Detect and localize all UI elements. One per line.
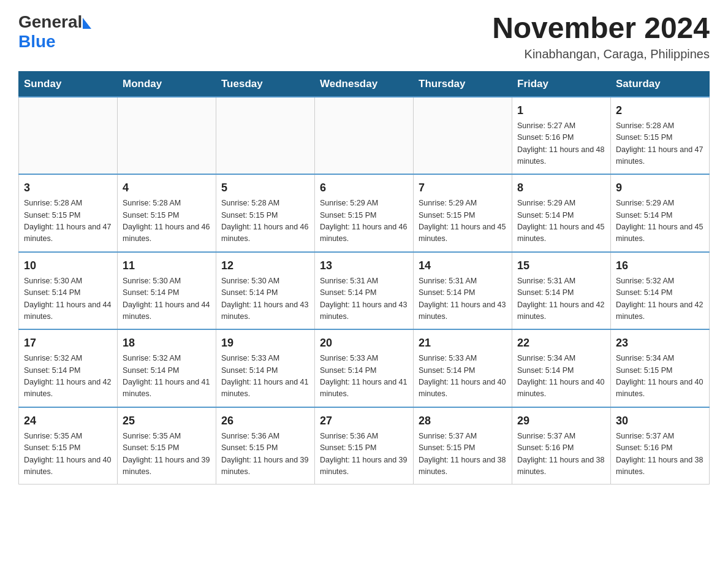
calendar-cell: 8Sunrise: 5:29 AM Sunset: 5:14 PM Daylig… [512, 174, 611, 252]
day-info: Sunrise: 5:32 AM Sunset: 5:14 PM Dayligh… [24, 353, 112, 400]
day-number: 26 [221, 413, 309, 429]
weekday-header-sunday: Sunday [19, 71, 118, 97]
day-number: 18 [123, 335, 211, 351]
week-row-2: 3Sunrise: 5:28 AM Sunset: 5:15 PM Daylig… [19, 174, 710, 252]
calendar-cell: 30Sunrise: 5:37 AM Sunset: 5:16 PM Dayli… [611, 407, 710, 484]
logo-blue-text: Blue [18, 32, 56, 52]
calendar-cell: 29Sunrise: 5:37 AM Sunset: 5:16 PM Dayli… [512, 407, 611, 484]
day-number: 1 [517, 102, 605, 119]
day-info: Sunrise: 5:31 AM Sunset: 5:14 PM Dayligh… [320, 275, 408, 323]
calendar-cell [414, 97, 512, 175]
week-row-3: 10Sunrise: 5:30 AM Sunset: 5:14 PM Dayli… [19, 252, 710, 330]
day-info: Sunrise: 5:28 AM Sunset: 5:15 PM Dayligh… [616, 120, 704, 168]
day-info: Sunrise: 5:37 AM Sunset: 5:16 PM Dayligh… [616, 431, 704, 478]
day-info: Sunrise: 5:30 AM Sunset: 5:14 PM Dayligh… [221, 275, 309, 323]
day-number: 14 [419, 258, 507, 274]
day-number: 29 [517, 413, 605, 429]
calendar-cell: 5Sunrise: 5:28 AM Sunset: 5:15 PM Daylig… [216, 174, 315, 252]
day-number: 4 [123, 180, 211, 196]
day-info: Sunrise: 5:29 AM Sunset: 5:15 PM Dayligh… [320, 197, 408, 245]
day-info: Sunrise: 5:28 AM Sunset: 5:15 PM Dayligh… [24, 197, 112, 245]
calendar-cell: 23Sunrise: 5:34 AM Sunset: 5:15 PM Dayli… [611, 329, 710, 407]
day-number: 7 [419, 180, 507, 196]
calendar-cell: 11Sunrise: 5:30 AM Sunset: 5:14 PM Dayli… [118, 252, 216, 330]
week-row-4: 17Sunrise: 5:32 AM Sunset: 5:14 PM Dayli… [19, 329, 710, 407]
weekday-header-row: SundayMondayTuesdayWednesdayThursdayFrid… [19, 71, 710, 97]
month-title: November 2024 [492, 12, 710, 45]
day-info: Sunrise: 5:33 AM Sunset: 5:14 PM Dayligh… [419, 353, 507, 400]
calendar-cell [19, 97, 118, 175]
day-number: 20 [320, 335, 408, 351]
logo-general-text: General [18, 12, 82, 32]
calendar-cell: 28Sunrise: 5:37 AM Sunset: 5:15 PM Dayli… [414, 407, 512, 484]
day-info: Sunrise: 5:37 AM Sunset: 5:15 PM Dayligh… [419, 431, 507, 478]
day-info: Sunrise: 5:32 AM Sunset: 5:14 PM Dayligh… [123, 353, 211, 400]
weekday-header-monday: Monday [118, 71, 216, 97]
day-number: 8 [517, 180, 605, 196]
day-number: 30 [616, 413, 704, 429]
week-row-5: 24Sunrise: 5:35 AM Sunset: 5:15 PM Dayli… [19, 407, 710, 484]
day-number: 2 [616, 102, 704, 119]
day-number: 16 [616, 258, 704, 274]
header: General Blue November 2024 Kinabhangan, … [18, 12, 710, 61]
calendar-cell: 15Sunrise: 5:31 AM Sunset: 5:14 PM Dayli… [512, 252, 611, 330]
day-info: Sunrise: 5:29 AM Sunset: 5:14 PM Dayligh… [517, 197, 605, 245]
calendar-cell: 10Sunrise: 5:30 AM Sunset: 5:14 PM Dayli… [19, 252, 118, 330]
day-number: 9 [616, 180, 704, 196]
calendar-cell: 21Sunrise: 5:33 AM Sunset: 5:14 PM Dayli… [414, 329, 512, 407]
calendar-cell: 20Sunrise: 5:33 AM Sunset: 5:14 PM Dayli… [315, 329, 414, 407]
logo-arrow-icon [83, 18, 91, 29]
day-info: Sunrise: 5:31 AM Sunset: 5:14 PM Dayligh… [419, 275, 507, 323]
calendar-cell: 6Sunrise: 5:29 AM Sunset: 5:15 PM Daylig… [315, 174, 414, 252]
day-info: Sunrise: 5:30 AM Sunset: 5:14 PM Dayligh… [24, 275, 112, 323]
day-info: Sunrise: 5:31 AM Sunset: 5:14 PM Dayligh… [517, 275, 605, 323]
weekday-header-tuesday: Tuesday [216, 71, 315, 97]
calendar-cell: 2Sunrise: 5:28 AM Sunset: 5:15 PM Daylig… [611, 97, 710, 175]
day-info: Sunrise: 5:35 AM Sunset: 5:15 PM Dayligh… [123, 431, 211, 478]
day-info: Sunrise: 5:34 AM Sunset: 5:15 PM Dayligh… [616, 353, 704, 400]
calendar-cell: 4Sunrise: 5:28 AM Sunset: 5:15 PM Daylig… [118, 174, 216, 252]
day-number: 28 [419, 413, 507, 429]
calendar-cell: 7Sunrise: 5:29 AM Sunset: 5:15 PM Daylig… [414, 174, 512, 252]
day-number: 27 [320, 413, 408, 429]
day-number: 19 [221, 335, 309, 351]
calendar-cell: 22Sunrise: 5:34 AM Sunset: 5:14 PM Dayli… [512, 329, 611, 407]
day-info: Sunrise: 5:34 AM Sunset: 5:14 PM Dayligh… [517, 353, 605, 400]
day-number: 22 [517, 335, 605, 351]
day-number: 6 [320, 180, 408, 196]
day-number: 25 [123, 413, 211, 429]
calendar-cell: 13Sunrise: 5:31 AM Sunset: 5:14 PM Dayli… [315, 252, 414, 330]
calendar-cell [315, 97, 414, 175]
day-number: 24 [24, 413, 112, 429]
calendar-cell: 18Sunrise: 5:32 AM Sunset: 5:14 PM Dayli… [118, 329, 216, 407]
day-number: 23 [616, 335, 704, 351]
calendar-cell: 25Sunrise: 5:35 AM Sunset: 5:15 PM Dayli… [118, 407, 216, 484]
day-number: 17 [24, 335, 112, 351]
calendar-cell: 16Sunrise: 5:32 AM Sunset: 5:14 PM Dayli… [611, 252, 710, 330]
logo: General Blue [18, 12, 91, 52]
calendar-cell: 3Sunrise: 5:28 AM Sunset: 5:15 PM Daylig… [19, 174, 118, 252]
day-number: 3 [24, 180, 112, 196]
calendar-cell: 17Sunrise: 5:32 AM Sunset: 5:14 PM Dayli… [19, 329, 118, 407]
calendar-table: SundayMondayTuesdayWednesdayThursdayFrid… [18, 71, 710, 485]
day-info: Sunrise: 5:36 AM Sunset: 5:15 PM Dayligh… [221, 431, 309, 478]
weekday-header-wednesday: Wednesday [315, 71, 414, 97]
calendar-cell: 26Sunrise: 5:36 AM Sunset: 5:15 PM Dayli… [216, 407, 315, 484]
weekday-header-thursday: Thursday [414, 71, 512, 97]
day-info: Sunrise: 5:32 AM Sunset: 5:14 PM Dayligh… [616, 275, 704, 323]
calendar-cell: 9Sunrise: 5:29 AM Sunset: 5:14 PM Daylig… [611, 174, 710, 252]
day-info: Sunrise: 5:30 AM Sunset: 5:14 PM Dayligh… [123, 275, 211, 323]
day-number: 5 [221, 180, 309, 196]
day-info: Sunrise: 5:36 AM Sunset: 5:15 PM Dayligh… [320, 431, 408, 478]
day-number: 12 [221, 258, 309, 274]
weekday-header-friday: Friday [512, 71, 611, 97]
calendar-cell [118, 97, 216, 175]
calendar-cell [216, 97, 315, 175]
calendar-cell: 14Sunrise: 5:31 AM Sunset: 5:14 PM Dayli… [414, 252, 512, 330]
day-info: Sunrise: 5:37 AM Sunset: 5:16 PM Dayligh… [517, 431, 605, 478]
weekday-header-saturday: Saturday [611, 71, 710, 97]
day-number: 10 [24, 258, 112, 274]
calendar-cell: 19Sunrise: 5:33 AM Sunset: 5:14 PM Dayli… [216, 329, 315, 407]
day-number: 21 [419, 335, 507, 351]
day-number: 13 [320, 258, 408, 274]
